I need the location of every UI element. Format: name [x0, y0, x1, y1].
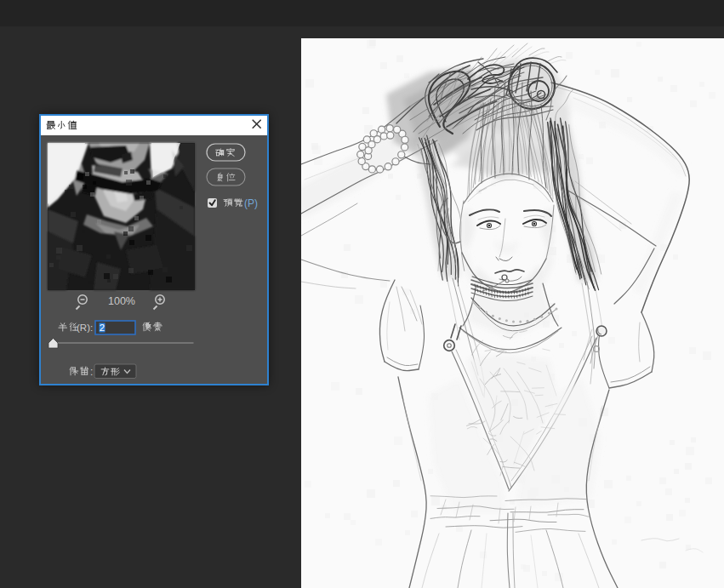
svg-text:2: 2 [100, 323, 105, 333]
svg-text:(R):: (R): [77, 323, 93, 333]
svg-text:(P): (P) [244, 197, 258, 209]
svg-text::: : [90, 366, 93, 378]
svg-text:100%: 100% [108, 295, 135, 307]
